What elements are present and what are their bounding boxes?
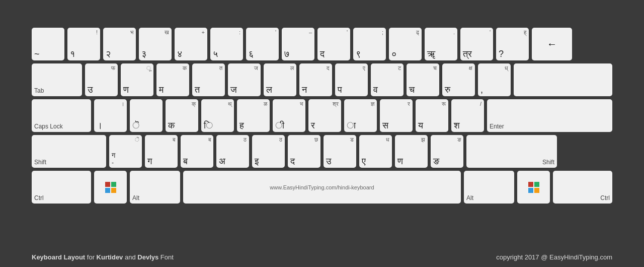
- key-f[interactable]: थ् ि: [201, 99, 234, 132]
- key-row-5: Ctrl Alt www.EasyHindiTyping.com/hindi-k…: [32, 171, 612, 204]
- key-alt-right[interactable]: Alt: [464, 171, 514, 204]
- key-3[interactable]: ख ३: [139, 28, 172, 60]
- key-1[interactable]: ! १: [67, 28, 100, 60]
- windows-icon-right: [528, 182, 539, 193]
- key-space[interactable]: www.EasyHindiTyping.com/hindi-keyboard: [183, 171, 461, 204]
- key-l[interactable]: र स: [380, 99, 413, 132]
- key-row-4: Shift ॆ ग- ब ग ब ब ठ अ ठ इ छ द ड उ: [32, 135, 612, 168]
- key-shift-right[interactable]: Shift: [466, 135, 557, 168]
- footer-font-text: Font: [160, 253, 174, 261]
- footer-copyright: copyright 2017 @ EasyHindiTyping.com: [496, 253, 612, 261]
- key-h[interactable]: भ ी: [273, 99, 305, 132]
- key-g[interactable]: ळ ह: [237, 99, 270, 132]
- key-r[interactable]: त त: [192, 63, 225, 96]
- key-9[interactable]: ; ९: [353, 28, 386, 60]
- key-shift-left[interactable]: Shift: [32, 135, 106, 168]
- key-e[interactable]: क म: [156, 63, 189, 96]
- key-t[interactable]: ज ज: [228, 63, 261, 96]
- key-period[interactable]: झ ण: [395, 135, 428, 168]
- key-quote[interactable]: / श: [451, 99, 484, 132]
- key-j[interactable]: श्र र: [308, 99, 341, 132]
- key-m[interactable]: ड उ: [324, 135, 356, 168]
- key-equals[interactable]: ' त्र: [460, 28, 493, 60]
- key-0[interactable]: ढ् ०: [389, 28, 422, 60]
- key-d[interactable]: क् क: [166, 99, 198, 132]
- key-slash[interactable]: ङ ङ: [431, 135, 463, 168]
- key-n[interactable]: छ द: [288, 135, 320, 168]
- space-bar-label: www.EasyHindiTyping.com/hindi-keyboard: [270, 184, 374, 190]
- key-close-bracket[interactable]: ध् ,: [478, 63, 511, 96]
- key-u[interactable]: द न: [299, 63, 332, 96]
- key-row-3: Caps Lock । । ॆ क् क थ् ि ळ ह भ ी श्र र: [32, 99, 612, 132]
- key-enter[interactable]: Enter: [487, 99, 612, 132]
- key-win-left[interactable]: [94, 171, 127, 204]
- key-v[interactable]: ठ अ: [216, 135, 249, 168]
- key-backslash[interactable]: [514, 63, 612, 96]
- key-z[interactable]: ॆ ग-: [109, 135, 142, 168]
- key-7[interactable]: – ७: [282, 28, 314, 60]
- key-c[interactable]: ब ब: [181, 135, 213, 168]
- footer-kurtidev: Kurtidev: [97, 253, 123, 261]
- key-5[interactable]: : ५: [210, 28, 243, 60]
- footer-keyboard-label: Keyboard Layout: [32, 253, 85, 261]
- key-backspace[interactable]: ←: [532, 28, 572, 60]
- key-2[interactable]: भ २: [103, 28, 136, 60]
- key-6[interactable]: ' ६: [246, 28, 279, 60]
- footer: Keyboard Layout for Kurtidev and Devlys …: [32, 253, 612, 261]
- key-row-1: ~ ! १ भ २ ख ३ + ४ : ५ ' ६ – ७: [32, 28, 612, 60]
- key-alt-left[interactable]: Alt: [130, 171, 180, 204]
- keyboard: ~ ! १ भ २ ख ३ + ४ : ५ ' ६ – ७: [32, 28, 612, 207]
- footer-left: Keyboard Layout for Kurtidev and Devlys …: [32, 253, 174, 261]
- key-open-bracket[interactable]: क्ष रु: [442, 63, 475, 96]
- key-capslock[interactable]: Caps Lock: [32, 99, 91, 132]
- footer-devlys: Devlys: [137, 253, 158, 261]
- key-ctrl-left[interactable]: Ctrl: [32, 171, 91, 204]
- key-win-right[interactable]: [517, 171, 550, 204]
- key-q[interactable]: फ उ: [85, 63, 118, 96]
- key-ctrl-right[interactable]: Ctrl: [553, 171, 612, 204]
- key-comma[interactable]: ध ए: [359, 135, 392, 168]
- key-i[interactable]: ए प: [335, 63, 368, 96]
- key-row-2: Tab फ उ ू ण क म त त ज ज ल ल द न: [32, 63, 612, 96]
- footer-and-text: and: [125, 253, 137, 261]
- key-minus[interactable]: . ॠ: [425, 28, 457, 60]
- key-8[interactable]: ' द: [317, 28, 350, 60]
- key-p[interactable]: च च: [407, 63, 439, 96]
- key-s[interactable]: ॆ: [130, 99, 163, 132]
- key-semicolon[interactable]: रू य: [416, 99, 448, 132]
- key-a[interactable]: । ।: [94, 99, 127, 132]
- key-k[interactable]: ज्ञ ा: [344, 99, 377, 132]
- key-bracket[interactable]: ह् ?: [496, 28, 529, 60]
- windows-icon-left: [105, 182, 116, 193]
- key-4[interactable]: + ४: [175, 28, 207, 60]
- key-tab[interactable]: Tab: [32, 63, 82, 96]
- key-w[interactable]: ू ण: [121, 63, 153, 96]
- key-b[interactable]: ठ इ: [252, 135, 285, 168]
- key-o[interactable]: ट व: [371, 63, 404, 96]
- key-x[interactable]: ब ग: [145, 135, 178, 168]
- key-backtick[interactable]: ~: [32, 28, 64, 60]
- key-y[interactable]: ल ल: [264, 63, 296, 96]
- footer-for-text: for: [87, 253, 97, 261]
